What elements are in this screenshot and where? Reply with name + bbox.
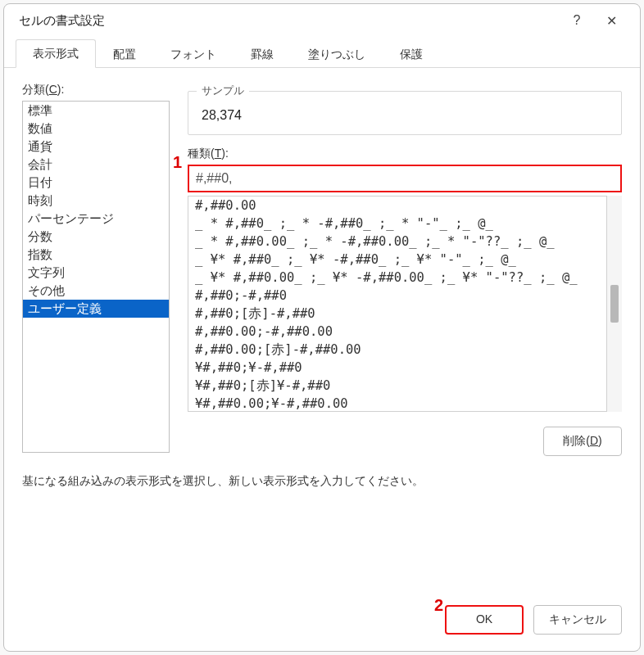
format-item[interactable]: #,##0.00 [188,196,606,215]
help-text: 基になる組み込みの表示形式を選択し、新しい表示形式を入力してください。 [22,474,622,489]
category-item[interactable]: 標準 [23,102,169,120]
category-item[interactable]: パーセンテージ [23,210,169,228]
ok-button[interactable]: OK [445,605,524,635]
type-input[interactable] [188,165,622,192]
category-item[interactable]: 数値 [23,120,169,138]
dialog-button-row: 2 OK キャンセル [4,594,640,651]
tab-bar: 表示形式配置フォント罫線塗りつぶし保護 [4,37,640,68]
format-item[interactable]: _ * #,##0.00_ ;_ * -#,##0.00_ ;_ * "-"??… [188,233,606,251]
format-item[interactable]: #,##0;-#,##0 [188,287,606,305]
category-item[interactable]: 時刻 [23,192,169,210]
dialog-content: 分類(C): 標準数値通貨会計日付時刻パーセンテージ分数指数文字列その他ユーザー… [4,68,640,594]
format-item[interactable]: #,##0.00;[赤]-#,##0.00 [188,341,606,359]
tab-4[interactable]: 塗りつぶし [291,40,383,68]
scrollbar-thumb[interactable] [610,285,619,323]
category-label-suffix: ): [57,83,65,96]
format-item[interactable]: ¥#,##0;[赤]¥-#,##0 [188,377,606,395]
format-item[interactable]: _ ¥* #,##0.00_ ;_ ¥* -#,##0.00_ ;_ ¥* "-… [188,269,606,287]
tab-0[interactable]: 表示形式 [16,39,96,68]
sample-value: 28,374 [202,108,608,123]
type-label-suffix: ): [221,147,229,160]
category-item[interactable]: 会計 [23,156,169,174]
delete-button-accel: D [590,434,598,447]
tab-5[interactable]: 保護 [383,40,440,68]
delete-button-prefix: 削除( [563,434,590,447]
format-item[interactable]: ¥#,##0;¥-#,##0 [188,359,606,377]
format-list-scrollbar[interactable] [607,196,622,412]
category-label: 分類(C): [22,83,170,97]
category-listbox[interactable]: 標準数値通貨会計日付時刻パーセンテージ分数指数文字列その他ユーザー定義 [22,101,170,453]
format-item[interactable]: #,##0.00;-#,##0.00 [188,323,606,341]
cancel-button[interactable]: キャンセル [533,605,622,635]
category-item[interactable]: 文字列 [23,264,169,282]
category-label-prefix: 分類( [22,83,49,96]
type-label-accel: T [215,147,222,160]
annotation-2: 2 [434,596,443,615]
delete-button-suffix: ) [598,434,602,447]
format-item[interactable]: _ ¥* #,##0_ ;_ ¥* -#,##0_ ;_ ¥* "-"_ ;_ … [188,251,606,269]
tab-2[interactable]: フォント [153,40,234,68]
category-item[interactable]: その他 [23,282,169,300]
sample-group: サンプル 28,374 [188,91,622,135]
titlebar: セルの書式設定 ? ✕ [4,4,640,37]
format-item[interactable]: ¥#,##0.00;¥-#,##0.00 [188,395,606,412]
annotation-1: 1 [173,153,182,172]
delete-button[interactable]: 削除(D) [543,427,622,456]
type-label: 種類(T): [188,147,622,161]
close-icon[interactable]: ✕ [594,7,628,34]
format-cells-dialog: セルの書式設定 ? ✕ 表示形式配置フォント罫線塗りつぶし保護 分類(C): 標… [3,3,641,652]
category-label-accel: C [49,83,57,96]
category-item[interactable]: 通貨 [23,138,169,156]
category-item[interactable]: 日付 [23,174,169,192]
category-item[interactable]: 分数 [23,228,169,246]
tab-3[interactable]: 罫線 [234,40,291,68]
format-item[interactable]: _ * #,##0_ ;_ * -#,##0_ ;_ * "-"_ ;_ @_ [188,215,606,233]
dialog-title: セルの書式設定 [19,13,560,29]
tab-1[interactable]: 配置 [96,40,153,68]
sample-legend: サンプル [197,84,249,98]
category-item[interactable]: 指数 [23,246,169,264]
format-list[interactable]: #,##0.00_ * #,##0_ ;_ * -#,##0_ ;_ * "-"… [188,196,607,412]
category-item[interactable]: ユーザー定義 [23,300,169,318]
type-label-prefix: 種類( [188,147,215,160]
help-icon[interactable]: ? [560,7,594,34]
format-item[interactable]: #,##0;[赤]-#,##0 [188,305,606,323]
